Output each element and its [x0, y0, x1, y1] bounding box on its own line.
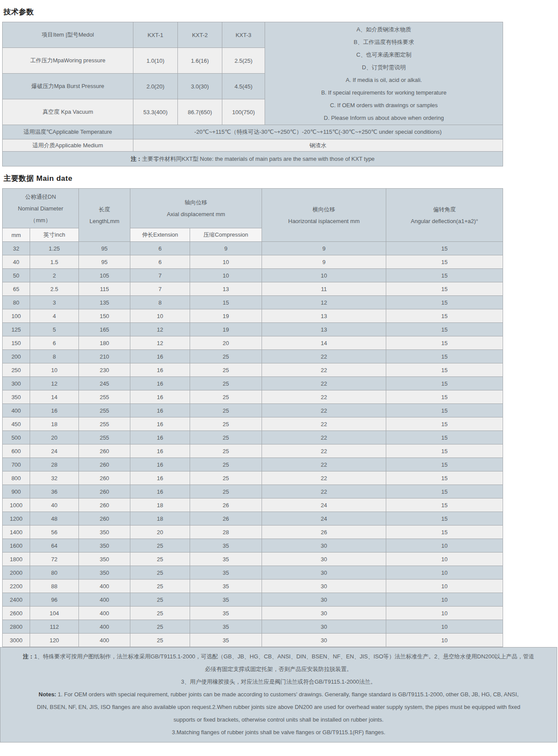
table-cell: 24: [262, 512, 386, 525]
model-header-kxt3: KXT-3: [222, 22, 265, 48]
header-line: 公称通径DN: [4, 191, 77, 203]
table-cell: 3: [30, 296, 79, 309]
table-cell: 260: [79, 485, 130, 498]
row-label: 适用温度℃Applicable Temperature: [3, 125, 133, 139]
table-cell: 16: [130, 458, 190, 471]
header-line: 横向位移: [264, 203, 384, 215]
table-cell: 8: [130, 296, 190, 309]
table-cell: 22: [262, 417, 386, 431]
table-cell: 150: [79, 309, 130, 323]
table-cell: 800: [3, 471, 30, 485]
table-cell: 7: [130, 269, 190, 282]
table-cell: 30: [262, 593, 386, 607]
table-cell: 18: [30, 417, 79, 431]
table-cell: 7: [130, 282, 190, 296]
table-row: 6002426016252215: [3, 444, 503, 458]
table-cell: 22: [262, 404, 386, 417]
bottom-note-line: 必须有固定支撑或固定托架，否则产品应安装防拉脱装置。: [0, 663, 557, 675]
row-label: 爆破压力Mpa Burst Pressure: [3, 74, 133, 99]
table-cell: 16: [130, 390, 190, 404]
table-row: 7002826016252215: [3, 458, 503, 471]
table-cell: 700: [3, 458, 30, 471]
table-cell: 1400: [3, 525, 30, 539]
value-cell: 2.5(25): [222, 48, 265, 74]
table-cell: 15: [386, 242, 503, 255]
table-row: 24009640025353010: [3, 593, 503, 607]
table-cell: 16: [130, 404, 190, 417]
tech-note-cell: 注：主要零件材料同KXT型 Note: the materials of mai…: [3, 152, 503, 166]
table-cell: 260: [79, 444, 130, 458]
table-cell: 12: [130, 336, 190, 350]
table-cell: 25: [190, 363, 262, 377]
table-cell: 28: [30, 458, 79, 471]
table-cell: 15: [386, 485, 503, 498]
table-row: 321.259569915: [3, 242, 503, 255]
header-line: LengthLmm: [81, 215, 128, 227]
table-cell: 200: [3, 350, 30, 363]
table-cell: 10: [386, 553, 503, 566]
table-row: 5002025516252215: [3, 431, 503, 444]
table-row: 9003626016252215: [3, 485, 503, 498]
tech-item-header: 项目Item |型号Medol: [3, 22, 133, 48]
table-cell: 30: [262, 566, 386, 580]
header-horizontal-displacement: 横向位移 Haorizontal isplacement mm: [262, 189, 386, 242]
table-cell: 22: [262, 377, 386, 390]
table-cell: 22: [262, 363, 386, 377]
table-row: 200821016252215: [3, 350, 503, 363]
tech-row-medium: 适用介质Applicable Medium 钢渣水: [3, 139, 503, 152]
table-cell: 2200: [3, 580, 30, 593]
table-cell: 28: [190, 525, 262, 539]
tech-params-table: 项目Item |型号Medol KXT-1 KXT-2 KXT-3 A、如介质钢…: [2, 22, 503, 166]
table-cell: 350: [79, 553, 130, 566]
table-row: 12004826018262415: [3, 512, 503, 525]
bottom-notes: 注：1、特殊要求可按用户图纸制作，法兰标准采用GB/T9115.1-2000，可…: [0, 647, 557, 742]
side-note-line: B、工作温度有特殊要求: [267, 36, 501, 48]
table-cell: 1000: [3, 498, 30, 512]
tech-header-row: 项目Item |型号Medol KXT-1 KXT-2 KXT-3 A、如介质钢…: [3, 22, 503, 48]
table-cell: 400: [79, 607, 130, 620]
value-cell: 1.6(16): [178, 48, 222, 74]
table-cell: 350: [3, 390, 30, 404]
table-row: 18007235025353010: [3, 553, 503, 566]
table-cell: 115: [79, 282, 130, 296]
table-cell: 25: [130, 580, 190, 593]
table-cell: 30: [262, 553, 386, 566]
table-row: 4001625516252215: [3, 404, 503, 417]
main-data-table: 公称通径DN Nominal Diameter （mm） 长度 LengthLm…: [2, 188, 503, 647]
table-cell: 16: [30, 404, 79, 417]
row-label: 真空度 Kpa Vacuum: [3, 99, 133, 125]
table-cell: 210: [79, 350, 130, 363]
table-cell: 350: [79, 525, 130, 539]
table-cell: 16: [130, 350, 190, 363]
bottom-note-line: 3、用户使用橡胶接头，对应法兰应是阀门法兰或符合GB/T9115.1-2000法…: [0, 675, 557, 688]
table-cell: 22: [262, 458, 386, 471]
table-cell: 15: [386, 471, 503, 485]
subheader-mm: mm: [3, 228, 30, 242]
table-cell: 15: [190, 296, 262, 309]
side-note-line: C. If OEM orders with drawings or sample…: [267, 99, 501, 112]
table-cell: 260: [79, 458, 130, 471]
table-cell: 25: [190, 390, 262, 404]
table-cell: 16: [130, 444, 190, 458]
table-cell: 22: [262, 444, 386, 458]
table-cell: 65: [3, 282, 30, 296]
table-cell: 25: [190, 431, 262, 444]
table-cell: 100: [3, 309, 30, 323]
table-cell: 26: [190, 512, 262, 525]
table-cell: 9: [190, 242, 262, 255]
table-cell: 25: [190, 444, 262, 458]
table-cell: 24: [262, 498, 386, 512]
table-row: 652.51157131115: [3, 282, 503, 296]
table-cell: 9: [262, 255, 386, 269]
table-cell: 13: [262, 323, 386, 336]
table-cell: 15: [386, 255, 503, 269]
table-cell: 35: [190, 593, 262, 607]
table-cell: 35: [190, 634, 262, 647]
table-cell: 400: [3, 404, 30, 417]
header-angular-deflection: 偏转角度 Angular deflection(a1+a2)°: [386, 189, 503, 242]
table-cell: 350: [79, 566, 130, 580]
table-row: 20008035025353010: [3, 566, 503, 580]
table-row: 16006435025353010: [3, 539, 503, 553]
table-cell: 8: [30, 350, 79, 363]
table-cell: 255: [79, 404, 130, 417]
